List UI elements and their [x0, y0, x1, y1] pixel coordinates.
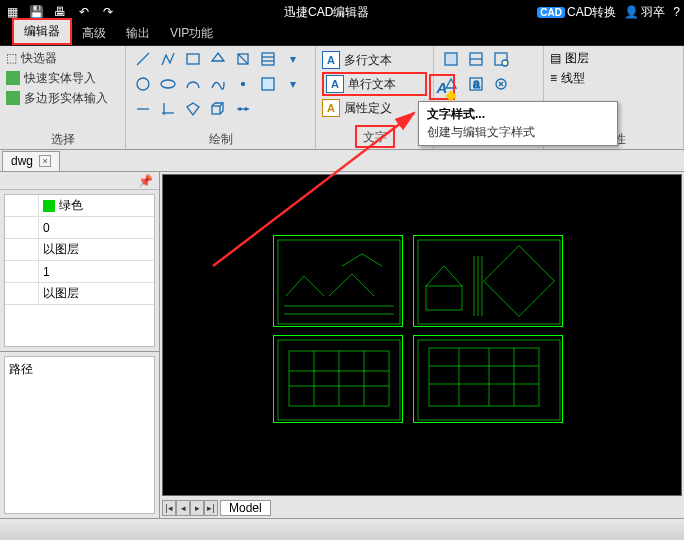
linetype-button[interactable]: ≡线型	[550, 68, 677, 88]
file-tab-label: dwg	[11, 154, 33, 168]
app-title: 迅捷CAD编辑器	[120, 4, 533, 21]
layers-icon: ▤	[550, 51, 561, 65]
cloud-tool[interactable]: ▾	[282, 48, 304, 70]
model-tabs: |◂ ◂ ▸ ▸| Model	[160, 498, 684, 518]
pencil-icon	[445, 90, 456, 101]
prop-row-3[interactable]: 以图层	[5, 239, 154, 261]
scroll-first-icon[interactable]: |◂	[162, 500, 176, 516]
xline-tool[interactable]	[157, 98, 179, 120]
hatch-tool[interactable]	[257, 48, 279, 70]
help-button[interactable]: ?	[669, 2, 684, 22]
tab-output[interactable]: 输出	[116, 22, 160, 45]
tooltip-title: 文字样式...	[427, 106, 609, 123]
scroll-next-icon[interactable]: ▸	[190, 500, 204, 516]
redo-icon[interactable]: ↷	[98, 2, 118, 22]
cursor-icon: ⬚	[6, 51, 17, 65]
more-draw-tool[interactable]: ▾	[282, 73, 304, 95]
polyline-tool[interactable]	[157, 48, 179, 70]
panel-draw-label: 绘制	[132, 129, 309, 148]
file-tab-dwg[interactable]: dwg ×	[2, 151, 60, 171]
text-style-button[interactable]: A	[431, 76, 453, 98]
block-create-button[interactable]	[465, 48, 487, 70]
block-sync-button[interactable]	[490, 73, 512, 95]
panel-draw: ▾ ▾ 绘制	[126, 46, 316, 149]
svg-point-25	[502, 60, 508, 66]
drawing-elevation-1	[273, 235, 403, 327]
svg-line-0	[137, 53, 149, 65]
menubar: 编辑器 高级 输出 VIP功能	[0, 24, 684, 46]
properties-palette: 📌 绿色 0 以图层 1 以图层	[0, 172, 159, 352]
svg-line-4	[238, 54, 248, 64]
user-icon: 👤	[624, 5, 639, 19]
quick-selector-button[interactable]: ⬚快选器	[6, 48, 119, 68]
text-icon: A	[326, 75, 344, 93]
help-icon: ?	[673, 5, 680, 19]
canvas-wrap: |◂ ◂ ▸ ▸| Model	[160, 172, 684, 518]
arc-tool[interactable]	[182, 73, 204, 95]
block-edit-button[interactable]	[490, 48, 512, 70]
svg-point-20	[245, 108, 247, 110]
multiline-text-button[interactable]: A多行文本	[322, 48, 427, 72]
tab-advanced[interactable]: 高级	[72, 22, 116, 45]
prop-row-color[interactable]: 绿色	[5, 195, 154, 217]
ellipse-tool[interactable]	[157, 73, 179, 95]
svg-point-19	[239, 108, 241, 110]
drawing-plan-1	[273, 335, 403, 423]
close-icon[interactable]: ×	[39, 155, 51, 167]
drawing-elevation-2	[413, 235, 563, 327]
path-label: 路径	[9, 361, 150, 378]
svg-point-10	[242, 83, 245, 86]
undo-icon[interactable]: ↶	[74, 2, 94, 22]
svg-point-8	[137, 78, 149, 90]
tab-editor[interactable]: 编辑器	[12, 18, 72, 45]
point-tool[interactable]	[232, 73, 254, 95]
prop-row-5[interactable]: 以图层	[5, 283, 154, 305]
polygon-input-button[interactable]: 多边形实体输入	[6, 88, 119, 108]
status-bar	[0, 518, 684, 540]
table-tool[interactable]	[257, 73, 279, 95]
user-button[interactable]: 👤羽卒	[620, 2, 669, 22]
singleline-text-button[interactable]: A单行文本	[322, 72, 427, 96]
ray-tool[interactable]	[132, 98, 154, 120]
svg-rect-1	[187, 54, 199, 64]
3dface-tool[interactable]	[182, 98, 204, 120]
svg-rect-35	[484, 246, 555, 317]
block-insert-button[interactable]	[440, 48, 462, 70]
svg-rect-21	[445, 53, 457, 65]
attr-def-button[interactable]: A属性定义	[322, 96, 427, 120]
divide-tool[interactable]	[232, 98, 254, 120]
drawing-canvas[interactable]	[162, 174, 682, 496]
svg-point-9	[161, 80, 175, 88]
model-tab[interactable]: Model	[220, 500, 271, 516]
plus-icon	[6, 71, 20, 85]
panel-select-label: 选择	[6, 129, 119, 148]
prop-row-2[interactable]: 0	[5, 217, 154, 239]
fast-import-button[interactable]: 快速实体导入	[6, 68, 119, 88]
prop-row-4[interactable]: 1	[5, 261, 154, 283]
cad-convert-button[interactable]: CADCAD转换	[533, 2, 620, 22]
svg-rect-34	[426, 286, 462, 310]
box-tool[interactable]	[207, 98, 229, 120]
layers-button[interactable]: ▤图层	[550, 48, 677, 68]
scroll-last-icon[interactable]: ▸|	[204, 500, 218, 516]
svg-rect-16	[212, 106, 220, 114]
rect-tool[interactable]	[182, 48, 204, 70]
tooltip-body: 创建与编辑文字样式	[427, 124, 609, 141]
polygon-tool[interactable]	[207, 48, 229, 70]
drawing-plan-2	[413, 335, 563, 423]
pin-icon[interactable]: 📌	[138, 174, 153, 188]
mtext-icon: A	[322, 51, 340, 69]
circle-tool[interactable]	[132, 73, 154, 95]
side-panel: 📌 绿色 0 以图层 1 以图层 路径	[0, 172, 160, 518]
file-tabs: dwg ×	[0, 150, 684, 172]
region-tool[interactable]	[232, 48, 254, 70]
spline-tool[interactable]	[207, 73, 229, 95]
svg-rect-11	[262, 78, 274, 90]
panel-text: A多行文本 A单行文本 A属性定义 A 文字	[316, 46, 434, 149]
line-tool[interactable]	[132, 48, 154, 70]
scroll-prev-icon[interactable]: ◂	[176, 500, 190, 516]
tab-vip[interactable]: VIP功能	[160, 22, 223, 45]
block-attr-button[interactable]: a	[465, 73, 487, 95]
polygon-icon	[6, 91, 20, 105]
svg-marker-15	[187, 103, 199, 115]
